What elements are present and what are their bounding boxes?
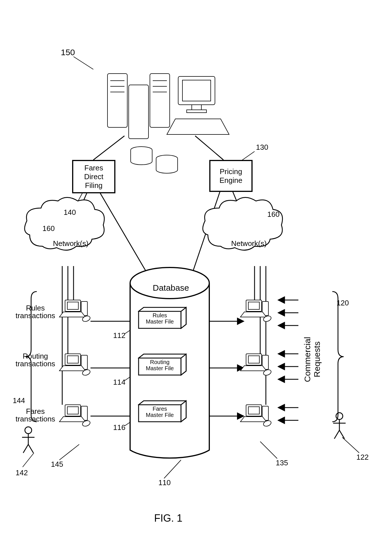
- rules-tx-label: Rules transactions: [11, 304, 59, 320]
- fares-direct-filing-box: Fares Direct Filing: [72, 160, 115, 193]
- ref-pricing: 130: [256, 143, 268, 152]
- ref-fares-mf: 116: [113, 423, 125, 432]
- svg-rect-11: [182, 80, 211, 101]
- svg-point-40: [25, 427, 32, 434]
- svg-rect-25: [67, 407, 78, 414]
- ref-net-right: 160: [267, 210, 279, 219]
- ref-db: 110: [158, 478, 171, 487]
- svg-rect-37: [248, 407, 259, 414]
- airline-user-icon: [22, 427, 35, 453]
- ref-fares-filing: 140: [64, 208, 76, 217]
- figure-caption: FIG. 1: [154, 512, 182, 524]
- ref-system: 150: [61, 48, 75, 57]
- ref-requests: 120: [337, 299, 349, 307]
- svg-point-45: [336, 413, 343, 419]
- ref-routing-mf: 114: [113, 378, 125, 387]
- customer-terminal-icon: [240, 300, 272, 322]
- airline-terminal-icon: [59, 354, 91, 376]
- svg-rect-3: [150, 74, 170, 127]
- ref-rules-mf: 112: [113, 331, 125, 340]
- svg-line-44: [28, 444, 33, 453]
- svg-line-49: [339, 430, 344, 439]
- svg-rect-29: [248, 302, 259, 309]
- svg-rect-33: [248, 356, 259, 363]
- svg-rect-13: [187, 110, 206, 113]
- ref-airline-term: 145: [51, 460, 63, 469]
- commercial-requests-label: Commercial Requests: [303, 311, 322, 408]
- server-cluster-icon: [107, 74, 229, 173]
- svg-rect-17: [67, 302, 78, 309]
- ref-airline-user: 142: [16, 468, 28, 477]
- svg-rect-2: [129, 85, 148, 139]
- ref-cust-term: 135: [276, 459, 288, 467]
- customer-user-icon: [333, 413, 346, 439]
- svg-line-43: [23, 444, 28, 453]
- airline-terminal-icon: [59, 405, 91, 427]
- svg-line-48: [334, 430, 339, 439]
- customer-terminal-icon: [240, 354, 272, 376]
- pricing-engine-box: Pricing Engine: [209, 160, 253, 192]
- airline-terminal-icon: [59, 300, 91, 322]
- network-left-label: Network(s): [48, 239, 93, 248]
- svg-rect-21: [67, 356, 78, 363]
- svg-rect-1: [107, 74, 127, 127]
- ref-transactions: 144: [13, 396, 25, 405]
- network-right-label: Network(s): [226, 239, 272, 248]
- fares-tx-label: Fares transactions: [11, 408, 59, 423]
- customer-terminal-icon: [240, 405, 272, 427]
- routing-tx-label: Routing transactions: [11, 352, 59, 368]
- routing-mf-label: Routing Master File: [139, 359, 181, 371]
- fares-mf-label: Fares Master File: [139, 406, 181, 418]
- rules-mf-label: Rules Master File: [139, 312, 181, 325]
- ref-net-left: 160: [42, 224, 55, 233]
- database-label: Database: [153, 283, 189, 293]
- svg-rect-12: [192, 105, 201, 110]
- ref-cust-user: 122: [356, 453, 369, 462]
